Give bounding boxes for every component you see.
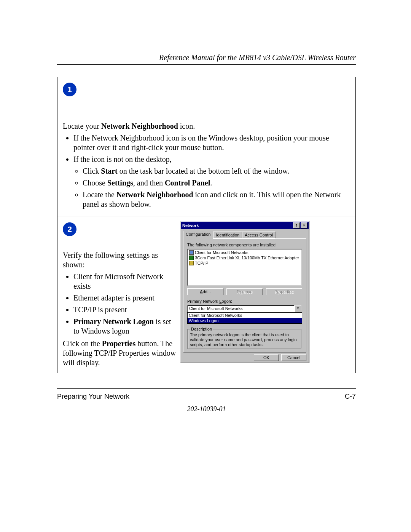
cancel-button[interactable]: Cancel <box>281 354 306 361</box>
dropdown-option-selected[interactable]: Windows Logon <box>188 318 302 323</box>
list-item: TCP/IP is present <box>73 305 177 315</box>
footer-right: C-7 <box>345 393 356 401</box>
tab-configuration[interactable]: Configuration <box>183 231 213 239</box>
t: operties <box>279 289 293 294</box>
component-buttons: Add... Remove Properties <box>187 288 302 295</box>
t: etwork components are installed: <box>215 243 277 247</box>
configuration-panel: The following network components are ins… <box>183 238 306 353</box>
t-bold: Control Panel <box>165 179 210 187</box>
list-item: Locate the Network Neighborhood icon and… <box>83 190 350 209</box>
dialog-titlebar[interactable]: Network ? × <box>181 222 309 229</box>
instruction-box: 1 Locate your Network Neighborhood icon.… <box>57 77 356 373</box>
step-2-cell: 2 Verify the following settings as shown… <box>57 217 355 373</box>
chevron-down-icon[interactable]: ▼ <box>295 305 301 312</box>
t-bold: Properties <box>102 339 136 348</box>
t: . <box>210 179 212 187</box>
t-bold: Start <box>101 167 117 175</box>
primary-network-logon-combo[interactable]: Client for Microsoft Networks ▼ <box>187 305 302 313</box>
footer-left: Preparing Your Network <box>57 393 129 401</box>
add-button[interactable]: Add... <box>187 288 223 295</box>
step-1-intro: Locate your Network Neighborhood icon. <box>63 121 350 131</box>
network-dialog: Network ? × Configuration Identification… <box>180 221 309 363</box>
step-2-verify-intro: Verify the following settings as shown: <box>63 251 177 270</box>
step-1-bullets: If the Network Neighborhood icon is on t… <box>63 133 350 209</box>
primary-network-logon-label: Primary Network Logon: <box>187 299 302 304</box>
t: Choose <box>83 179 107 187</box>
tab-row: Configuration Identification Access Cont… <box>183 231 306 238</box>
remove-button[interactable]: Remove <box>226 288 263 295</box>
t: Client for Microsoft Networks <box>195 250 249 255</box>
help-icon[interactable]: ? <box>293 222 300 228</box>
page: Reference Manual for the MR814 v3 Cable/… <box>0 0 411 532</box>
list-item: Click Start on the task bar located at t… <box>83 166 350 176</box>
description-text: The primary network logon is the client … <box>190 332 299 347</box>
step-2-bullets: Client for Microsoft Network exists Ethe… <box>63 272 177 336</box>
header-rule <box>57 64 356 65</box>
t: on the task bar located at the bottom le… <box>118 167 289 175</box>
ok-button[interactable]: OK <box>254 354 279 361</box>
list-item: Ethernet adapter is present <box>73 293 177 303</box>
t: P <box>274 289 277 294</box>
list-item: Primary Network Logon is set to Windows … <box>73 317 177 336</box>
t: The following <box>187 243 213 247</box>
combo-dropdown: Client for Microsoft Networks Windows Lo… <box>187 312 302 324</box>
t: ogon: <box>221 299 232 304</box>
t-bold: Network Neighborhood <box>116 190 193 199</box>
step-2-badge: 2 <box>63 222 76 236</box>
list-item: Choose Settings, and then Control Panel. <box>83 178 350 188</box>
t: Locate your <box>63 122 101 130</box>
t-underline: A <box>200 289 202 294</box>
protocol-icon <box>189 261 194 265</box>
list-item: If the Network Neighborhood icon is on t… <box>73 133 350 152</box>
t: 3Com Fast EtherLink XL 10/100Mb TX Ether… <box>195 255 299 260</box>
list-item[interactable]: Client for Microsoft Networks <box>188 250 301 255</box>
t: Primary Network <box>187 299 219 304</box>
components-label: The following network components are ins… <box>187 243 302 247</box>
description-legend: Description <box>190 327 213 332</box>
components-listbox[interactable]: Client for Microsoft Networks 3Com Fast … <box>187 249 302 286</box>
step-1-badge: 1 <box>63 83 76 96</box>
step-2-click-text: Click on the Properties button. The foll… <box>63 339 177 367</box>
t: Locate the <box>83 190 116 199</box>
t: , and then <box>133 179 165 187</box>
t-bold: Primary Network Logon <box>73 317 154 326</box>
list-item: Client for Microsoft Network exists <box>73 272 177 291</box>
properties-button[interactable]: Properties <box>266 288 302 295</box>
list-item: If the icon is not on the desktop, Click… <box>73 155 350 209</box>
t-bold: Network Neighborhood <box>101 122 178 130</box>
t: Click <box>83 167 101 175</box>
running-header: Reference Manual for the MR814 v3 Cable/… <box>57 53 356 62</box>
description-group: Description The primary network logon is… <box>187 329 302 349</box>
adapter-icon <box>189 256 194 260</box>
t-bold: Settings <box>107 179 133 187</box>
combo-value: Client for Microsoft Networks <box>188 305 294 312</box>
list-item[interactable]: TCP/IP <box>188 260 301 266</box>
close-icon[interactable]: × <box>301 222 307 228</box>
dropdown-option[interactable]: Client for Microsoft Networks <box>188 313 302 318</box>
page-footer: Preparing Your Network C-7 <box>57 388 356 401</box>
tab-access-control[interactable]: Access Control <box>242 232 276 238</box>
t: If the icon is not on the desktop, <box>73 155 172 163</box>
list-item[interactable]: 3Com Fast EtherLink XL 10/100Mb TX Ether… <box>188 255 301 260</box>
t: TCP/IP <box>195 260 208 266</box>
t: dd... <box>203 289 211 294</box>
t: icon. <box>178 122 195 130</box>
tab-identification[interactable]: Identification <box>213 232 242 238</box>
step-1-cell: 1 Locate your Network Neighborhood icon.… <box>57 77 355 217</box>
dialog-title: Network <box>182 223 199 228</box>
client-icon <box>189 250 194 255</box>
document-number: 202-10039-01 <box>57 405 356 413</box>
t: Click on the <box>63 339 102 348</box>
dialog-buttons: OK Cancel <box>181 353 309 362</box>
t: move <box>242 289 253 294</box>
step-1-nested-bullets: Click Start on the task bar located at t… <box>73 166 350 209</box>
